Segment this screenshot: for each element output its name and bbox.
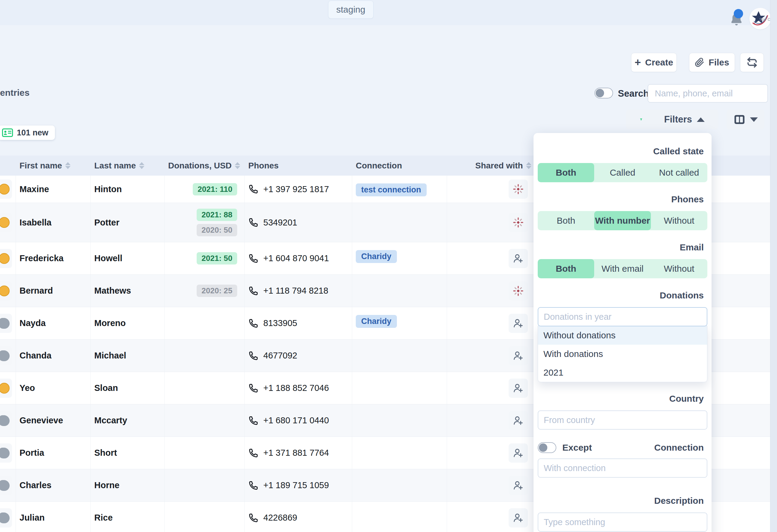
share-button[interactable] bbox=[509, 314, 528, 333]
called-state-option-not-called[interactable]: Not called bbox=[651, 163, 707, 182]
avatar[interactable] bbox=[0, 476, 12, 495]
avatar[interactable] bbox=[0, 346, 12, 365]
phone-number[interactable]: +1 189 715 1059 bbox=[263, 481, 329, 490]
phones-option-both[interactable]: Both bbox=[538, 211, 594, 230]
sort-icon[interactable] bbox=[526, 162, 531, 169]
phone-cell[interactable]: +1 680 171 0440 bbox=[245, 404, 352, 436]
phone-icon bbox=[248, 286, 258, 296]
called-state-option-both[interactable]: Both bbox=[538, 163, 594, 182]
column-header-donations[interactable]: Donations, USD bbox=[164, 161, 245, 171]
phone-cell[interactable]: 8133905 bbox=[245, 307, 352, 339]
share-button[interactable] bbox=[509, 346, 528, 365]
scrollbar-track[interactable] bbox=[770, 0, 777, 532]
phones-option-without[interactable]: Without bbox=[651, 211, 707, 230]
last-name: Moreno bbox=[94, 318, 126, 328]
sort-icon[interactable] bbox=[235, 162, 240, 169]
create-button[interactable]: + Create bbox=[631, 53, 677, 72]
email-option-both[interactable]: Both bbox=[538, 259, 594, 278]
sync-button[interactable] bbox=[740, 53, 764, 72]
phone-number[interactable]: +1 604 870 9041 bbox=[263, 253, 329, 263]
phone-cell[interactable]: 5349201 bbox=[245, 203, 352, 242]
avatar[interactable] bbox=[0, 314, 12, 333]
share-button[interactable] bbox=[509, 508, 528, 528]
share-button[interactable] bbox=[509, 476, 528, 495]
donation-chip: 2021: 88 bbox=[197, 209, 237, 221]
sort-icon[interactable] bbox=[139, 162, 144, 169]
phone-number[interactable]: +1 397 925 1817 bbox=[263, 184, 329, 194]
avatar[interactable] bbox=[0, 508, 12, 528]
avatar[interactable] bbox=[0, 443, 12, 463]
phone-number[interactable]: 5349201 bbox=[263, 218, 297, 228]
share-button[interactable] bbox=[509, 443, 528, 463]
phone-number[interactable]: 4677092 bbox=[263, 351, 297, 360]
avatar[interactable] bbox=[0, 213, 12, 232]
avatar[interactable] bbox=[0, 411, 12, 430]
share-status[interactable] bbox=[509, 213, 528, 232]
notifications-button[interactable] bbox=[729, 12, 744, 28]
connection-input[interactable] bbox=[538, 458, 707, 477]
phone-cell[interactable]: +1 397 925 1817 bbox=[245, 176, 352, 203]
phones-option-with-number[interactable]: With number bbox=[594, 211, 651, 230]
avatar[interactable] bbox=[0, 180, 12, 199]
files-button[interactable]: Files bbox=[689, 53, 735, 72]
donations-cell bbox=[164, 502, 245, 532]
phone-icon bbox=[248, 217, 258, 228]
phone-cell[interactable]: +1 604 870 9041 bbox=[245, 242, 352, 275]
called-state-option-called[interactable]: Called bbox=[594, 163, 651, 182]
share-button[interactable] bbox=[509, 411, 528, 430]
avatar[interactable] bbox=[0, 281, 12, 301]
description-input[interactable] bbox=[538, 513, 707, 532]
filters-panel: Called state Both Called Not called Phon… bbox=[534, 133, 711, 532]
last-name-cell: Rice bbox=[91, 502, 164, 532]
phone-cell[interactable]: +1 189 715 1059 bbox=[245, 469, 352, 501]
connection-chip[interactable]: Charidy bbox=[356, 315, 397, 328]
last-name-cell: Mathews bbox=[91, 275, 164, 307]
connection-cell bbox=[352, 372, 447, 404]
donations-year-input[interactable] bbox=[538, 307, 707, 326]
phone-cell[interactable]: +1 188 852 7046 bbox=[245, 372, 352, 404]
share-button[interactable] bbox=[509, 249, 528, 268]
first-name: Julian bbox=[19, 513, 45, 523]
column-header-phones[interactable]: Phones bbox=[245, 161, 352, 171]
phone-number[interactable]: +1 371 881 7764 bbox=[263, 448, 329, 458]
called-state-section-label: Called state bbox=[538, 146, 707, 156]
connection-chip[interactable]: Charidy bbox=[356, 250, 397, 263]
column-header-last-name[interactable]: Last name bbox=[91, 161, 164, 171]
avatar[interactable] bbox=[0, 249, 12, 268]
phone-cell[interactable]: 4226869 bbox=[245, 502, 352, 532]
connection-chip[interactable]: test connection bbox=[356, 184, 427, 196]
columns-picker-button[interactable] bbox=[727, 110, 764, 129]
column-header-first-name[interactable]: First name bbox=[16, 161, 91, 171]
last-name-cell: Howell bbox=[91, 242, 164, 275]
avatar-cell bbox=[0, 469, 16, 501]
dropdown-option-without-donations[interactable]: Without donations bbox=[538, 326, 707, 345]
share-status[interactable] bbox=[509, 180, 528, 199]
phone-number[interactable]: +1 680 171 0440 bbox=[263, 416, 329, 425]
phone-number[interactable]: +1 188 852 7046 bbox=[263, 383, 329, 393]
last-name: Horne bbox=[94, 481, 119, 490]
search-toggle[interactable] bbox=[594, 88, 613, 98]
org-logo[interactable]: Star C bbox=[749, 8, 771, 29]
phone-number[interactable]: 8133905 bbox=[263, 318, 297, 328]
email-option-without[interactable]: Without bbox=[651, 259, 707, 278]
donations-cell bbox=[164, 339, 245, 372]
email-option-with-email[interactable]: With email bbox=[594, 259, 651, 278]
phone-number[interactable]: +1 118 794 8218 bbox=[263, 286, 328, 296]
column-header-connection[interactable]: Connection bbox=[352, 161, 447, 171]
avatar[interactable] bbox=[0, 379, 12, 398]
except-toggle[interactable] bbox=[538, 442, 556, 453]
new-entries-badge[interactable]: 101 new bbox=[0, 125, 55, 140]
share-button[interactable] bbox=[509, 379, 528, 398]
dropdown-option-with-donations[interactable]: With donations bbox=[538, 345, 707, 363]
phone-cell[interactable]: +1 371 881 7764 bbox=[245, 437, 352, 469]
sort-icon[interactable] bbox=[65, 162, 71, 169]
filters-button[interactable]: Filters bbox=[626, 110, 718, 129]
phone-cell[interactable]: 4677092 bbox=[245, 339, 352, 372]
phone-cell[interactable]: +1 118 794 8218 bbox=[245, 275, 352, 307]
funnel-icon bbox=[640, 114, 643, 125]
phone-number[interactable]: 4226869 bbox=[263, 513, 297, 523]
search-input[interactable] bbox=[648, 84, 768, 103]
country-input[interactable] bbox=[538, 410, 707, 430]
share-status[interactable] bbox=[509, 281, 528, 301]
dropdown-option-2021[interactable]: 2021 bbox=[538, 363, 707, 382]
